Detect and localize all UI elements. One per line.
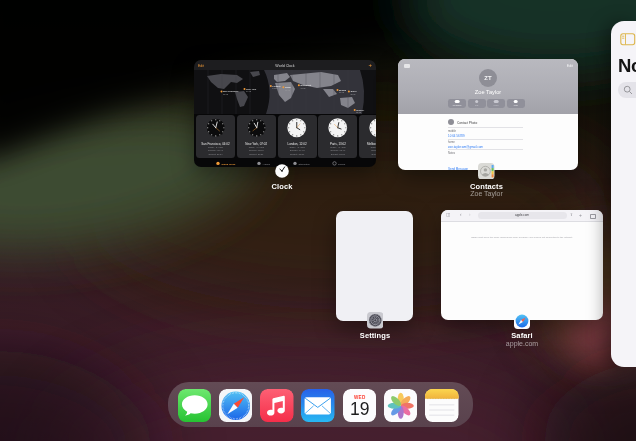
- svg-text:20:02: 20:02: [350, 93, 356, 95]
- svg-text:14:02: 14:02: [300, 87, 306, 89]
- svg-text:19: 19: [350, 399, 369, 419]
- svg-text:12:02: 12:02: [272, 87, 278, 89]
- svg-text:World Clock: World Clock: [222, 162, 237, 165]
- svg-text:13:02: 13:02: [285, 89, 291, 91]
- svg-text:Timers: Timers: [338, 162, 346, 165]
- svg-text:Alarms: Alarms: [263, 162, 271, 165]
- svg-text:04:02: 04:02: [246, 90, 252, 92]
- svg-text:21:02: 21:02: [356, 111, 362, 113]
- svg-text:Stopwatch: Stopwatch: [299, 162, 311, 165]
- svg-text:19:02: 19:02: [339, 91, 345, 93]
- svg-text:07:02: 07:02: [223, 93, 229, 95]
